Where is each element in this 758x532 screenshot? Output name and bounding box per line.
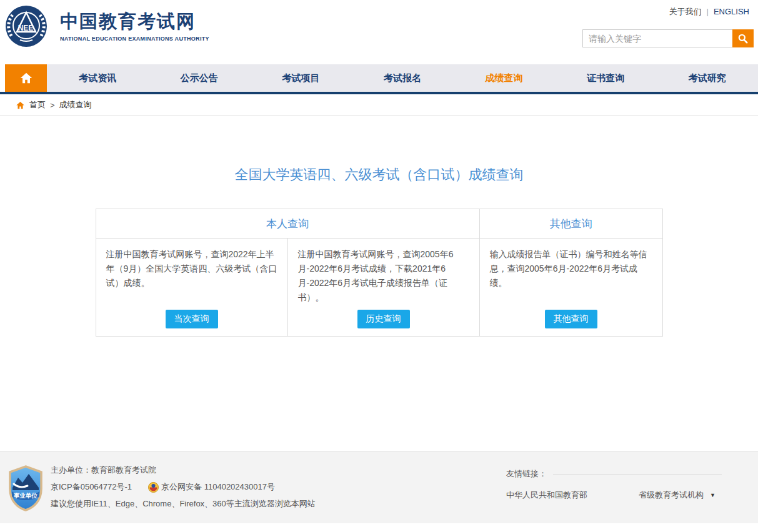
footer-browser-note: 建议您使用IE11、Edge、Chrome、Firefox、360等主流浏览器浏… [51, 498, 316, 510]
svg-text:NEE: NEE [18, 24, 34, 32]
site-footer: 事业单位 主办单位：教育部教育考试院 京ICP备05064772号-1 京公网安… [0, 451, 758, 523]
cell-other-query-text: 输入成绩报告单（证书）编号和姓名等信息，查询2005年6月-2022年6月考试成… [490, 247, 652, 290]
cell-history-query-text: 注册中国教育考试网账号，查询2005年6月-2022年6月考试成绩，下载2021… [298, 247, 469, 305]
nav-home-button[interactable] [5, 64, 47, 92]
nav-item-exam-registration[interactable]: 考试报名 [352, 64, 454, 92]
english-link[interactable]: ENGLISH [714, 7, 749, 16]
site-subtitle: NATIONAL EDUCATION EXAMINATIONS AUTHORIT… [60, 36, 209, 42]
police-badge-icon [148, 482, 159, 493]
breadcrumb-current: 成绩查询 [59, 99, 92, 111]
provincial-dropdown-label: 省级教育考试机构 [639, 490, 704, 501]
cell-history-query: 注册中国教育考试网账号，查询2005年6月-2022年6月考试成绩，下载2021… [287, 239, 479, 337]
friendly-links-label: 友情链接： [506, 468, 547, 480]
main-nav: 考试资讯 公示公告 考试项目 考试报名 成绩查询 证书查询 考试研究 [0, 64, 758, 94]
home-icon [16, 101, 25, 110]
search-button[interactable] [732, 29, 754, 47]
top-links: 关于我们|ENGLISH [669, 6, 749, 17]
bottom-strip [0, 523, 758, 532]
cell-other-query: 输入成绩报告单（证书）编号和姓名等信息，查询2005年6月-2022年6月考试成… [479, 239, 662, 337]
breadcrumb: 首页 > 成绩查询 [0, 94, 758, 116]
moe-link[interactable]: 中华人民共和国教育部 [506, 490, 587, 501]
nav-item-certificate-inquiry[interactable]: 证书查询 [555, 64, 657, 92]
query-table-header-row: 本人查询 其他查询 [96, 209, 662, 239]
header-self-query: 本人查询 [96, 209, 479, 239]
top-links-separator: | [707, 7, 709, 16]
page-title: 全国大学英语四、六级考试（含口试）成绩查询 [0, 116, 758, 184]
police-record-link[interactable]: 京公网安备 11040202430017号 [161, 481, 275, 493]
site-header: NEE 中国教育考试网 NATIONAL EDUCATION EXAMINATI… [0, 0, 758, 64]
nav-item-exam-news[interactable]: 考试资讯 [47, 64, 149, 92]
breadcrumb-separator: > [50, 101, 55, 110]
nav-item-announcements[interactable]: 公示公告 [149, 64, 251, 92]
cell-current-query-text: 注册中国教育考试网账号，查询2022年上半年（9月）全国大学英语四、六级考试（含… [106, 247, 277, 290]
nav-item-score-inquiry[interactable]: 成绩查询 [453, 64, 555, 92]
svg-text:事业单位: 事业单位 [13, 492, 38, 499]
site-title: 中国教育考试网 [60, 12, 209, 31]
main-content: 全国大学英语四、六级考试（含口试）成绩查询 本人查询 其他查询 注册中国教育考试… [0, 116, 758, 451]
home-icon [19, 71, 33, 85]
search-bar [582, 29, 754, 47]
caret-down-icon: ▼ [710, 492, 716, 498]
neea-emblem-icon: NEE [5, 5, 47, 47]
nav-items: 考试资讯 公示公告 考试项目 考试报名 成绩查询 证书查询 考试研究 [47, 64, 758, 92]
search-input[interactable] [582, 29, 732, 47]
magnifier-icon [737, 32, 749, 45]
footer-info: 主办单位：教育部教育考试院 京ICP备05064772号-1 京公网安备 110… [51, 464, 316, 523]
history-query-button[interactable]: 历史查询 [357, 310, 410, 328]
provincial-institutions-dropdown[interactable]: 省级教育考试机构 ▼ [639, 490, 716, 501]
header-other-query: 其他查询 [479, 209, 662, 239]
breadcrumb-home[interactable]: 首页 [29, 99, 46, 111]
nav-item-exam-research[interactable]: 考试研究 [656, 64, 758, 92]
other-query-button[interactable]: 其他查询 [545, 310, 597, 328]
logo-text: 中国教育考试网 NATIONAL EDUCATION EXAMINATIONS … [60, 5, 209, 42]
query-table: 本人查询 其他查询 注册中国教育考试网账号，查询2022年上半年（9月）全国大学… [96, 209, 663, 337]
current-query-button[interactable]: 当次查询 [166, 310, 218, 328]
friendly-links: 友情链接： 中华人民共和国教育部 省级教育考试机构 ▼ [506, 464, 722, 523]
query-table-body-row: 注册中国教育考试网账号，查询2022年上半年（9月）全国大学英语四、六级考试（含… [96, 239, 662, 337]
footer-organizer: 主办单位：教育部教育考试院 [51, 464, 316, 476]
about-us-link[interactable]: 关于我们 [669, 7, 702, 16]
icp-link[interactable]: 京ICP备05064772号-1 [51, 481, 132, 493]
friendly-links-rule [553, 474, 722, 475]
nav-item-exam-programs[interactable]: 考试项目 [250, 64, 352, 92]
cell-current-query: 注册中国教育考试网账号，查询2022年上半年（9月）全国大学英语四、六级考试（含… [96, 239, 287, 337]
shield-badge-icon: 事业单位 [9, 465, 42, 511]
